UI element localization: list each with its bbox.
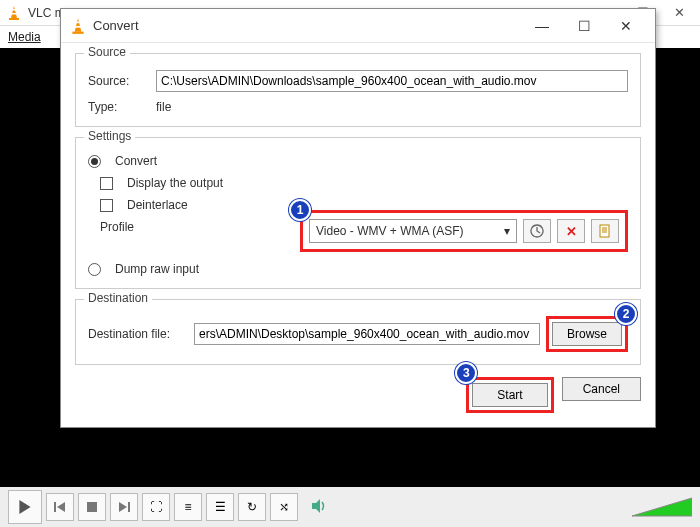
svg-marker-13 [75, 18, 82, 32]
volume-slider[interactable] [632, 496, 692, 518]
svg-marker-4 [19, 500, 30, 514]
svg-marker-8 [119, 502, 127, 512]
close-icon[interactable]: ✕ [670, 4, 688, 22]
source-group-title: Source [84, 45, 130, 59]
dump-radio[interactable] [88, 263, 101, 276]
svg-rect-3 [12, 13, 17, 15]
prev-button[interactable] [46, 493, 74, 521]
step-badge-2: 2 [615, 303, 637, 325]
stop-button[interactable] [78, 493, 106, 521]
dialog-titlebar: Convert — ☐ ✕ [61, 9, 655, 43]
convert-radio-label: Convert [115, 154, 157, 168]
dialog-minimize-icon[interactable]: — [521, 12, 563, 40]
profile-value: Video - WMV + WMA (ASF) [316, 224, 463, 238]
source-label: Source: [88, 74, 148, 88]
delete-profile-button[interactable]: ✕ [557, 219, 585, 243]
start-highlight: 3 Start [466, 377, 553, 413]
vlc-cone-icon [69, 17, 87, 35]
deinterlace-label: Deinterlace [127, 198, 188, 212]
type-label: Type: [88, 100, 148, 114]
next-button[interactable] [110, 493, 138, 521]
browse-highlight: 2 Browse [546, 316, 628, 352]
svg-rect-14 [72, 31, 83, 33]
extended-button[interactable]: ≡ [174, 493, 202, 521]
play-button[interactable] [8, 490, 42, 524]
svg-rect-2 [12, 9, 16, 11]
svg-rect-1 [9, 18, 19, 20]
svg-rect-15 [76, 21, 81, 23]
new-profile-button[interactable] [591, 219, 619, 243]
edit-profile-button[interactable] [523, 219, 551, 243]
settings-group: Settings Convert Display the output Dein… [75, 137, 641, 289]
deinterlace-checkbox[interactable] [100, 199, 113, 212]
fullscreen-button[interactable]: ⛶ [142, 493, 170, 521]
start-button[interactable]: Start [472, 383, 547, 407]
type-value: file [156, 100, 171, 114]
dialog-maximize-icon[interactable]: ☐ [563, 12, 605, 40]
source-input[interactable] [156, 70, 628, 92]
profile-label: Profile [100, 220, 310, 234]
convert-dialog: Convert — ☐ ✕ Source Source: Type: file … [60, 8, 656, 428]
player-controls: ⛶ ≡ ☰ ↻ ⤭ [0, 487, 700, 527]
menu-media[interactable]: Media [8, 30, 41, 44]
svg-marker-6 [57, 502, 65, 512]
destination-input[interactable] [194, 323, 540, 345]
step-badge-1: 1 [289, 199, 311, 221]
svg-rect-16 [75, 26, 81, 28]
destination-group-title: Destination [84, 291, 152, 305]
svg-marker-10 [312, 499, 320, 513]
source-group: Source Source: Type: file [75, 53, 641, 127]
vlc-cone-icon [6, 5, 22, 21]
destination-group: Destination Destination file: 2 Browse [75, 299, 641, 365]
svg-rect-5 [54, 502, 56, 512]
svg-rect-7 [87, 502, 97, 512]
speaker-icon[interactable] [310, 497, 330, 517]
display-output-label: Display the output [127, 176, 223, 190]
display-output-checkbox[interactable] [100, 177, 113, 190]
profile-highlight: 1 Video - WMV + WMA (ASF) ▾ ✕ [300, 210, 628, 252]
chevron-down-icon: ▾ [504, 224, 510, 238]
step-badge-3: 3 [455, 362, 477, 384]
browse-button[interactable]: Browse [552, 322, 622, 346]
svg-rect-17 [600, 225, 609, 237]
playlist-button[interactable]: ☰ [206, 493, 234, 521]
profile-combobox[interactable]: Video - WMV + WMA (ASF) ▾ [309, 219, 517, 243]
convert-radio[interactable] [88, 155, 101, 168]
cancel-button[interactable]: Cancel [562, 377, 641, 401]
dialog-close-icon[interactable]: ✕ [605, 12, 647, 40]
svg-rect-9 [128, 502, 130, 512]
dialog-title: Convert [93, 18, 521, 33]
shuffle-button[interactable]: ⤭ [270, 493, 298, 521]
destination-label: Destination file: [88, 327, 188, 341]
svg-marker-0 [11, 6, 17, 18]
settings-group-title: Settings [84, 129, 135, 143]
loop-button[interactable]: ↻ [238, 493, 266, 521]
dump-radio-label: Dump raw input [115, 262, 199, 276]
